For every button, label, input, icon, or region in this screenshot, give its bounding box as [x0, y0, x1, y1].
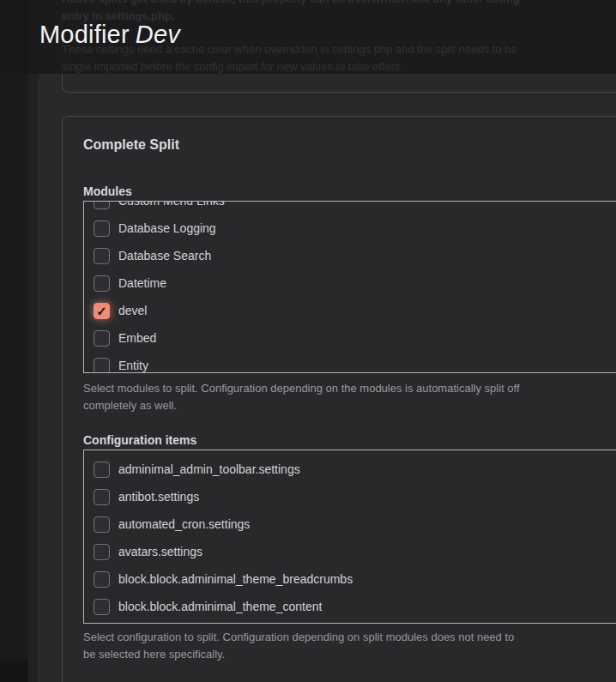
config-items-label: Configuration items — [83, 433, 196, 447]
checkbox[interactable] — [94, 489, 110, 505]
modules-listbox[interactable]: Custom Menu Links Database Logging Datab… — [83, 201, 616, 373]
list-item[interactable]: antibot.settings — [84, 483, 616, 510]
checkbox-label: automated_cron.settings — [118, 517, 250, 531]
checkbox-label: block.block.adminimal_theme_breadcrumbs — [118, 572, 353, 586]
list-item[interactable]: block.block.adminimal_theme_content — [84, 593, 616, 620]
left-rail — [0, 0, 28, 682]
checkbox-label: avatars.settings — [118, 545, 202, 558]
checkbox[interactable] — [94, 275, 110, 292]
page-title-emphasis: Dev — [136, 21, 180, 48]
checkbox-label: Datetime — [118, 276, 166, 290]
checkbox[interactable] — [94, 220, 110, 237]
list-item[interactable]: avatars.settings — [84, 538, 616, 565]
left-rail-inner — [28, 0, 38, 682]
modules-label: Modules — [83, 184, 132, 198]
list-item[interactable]: Datetime — [84, 269, 616, 297]
page-title-text: Modifier — [39, 21, 130, 48]
list-item[interactable]: devel — [84, 297, 616, 324]
list-item[interactable]: Database Logging — [84, 214, 616, 242]
checkbox[interactable] — [94, 201, 110, 209]
config-items-listbox[interactable]: adminimal_admin_toolbar.settings antibot… — [83, 450, 616, 624]
checkbox-label: block.block.adminimal_theme_content — [118, 600, 322, 613]
config-items-list: adminimal_admin_toolbar.settings antibot… — [84, 450, 616, 620]
list-item[interactable]: Embed — [84, 324, 616, 352]
list-item[interactable]: Custom Menu Links — [84, 201, 616, 214]
checkbox-label: Entity — [118, 359, 148, 372]
checkbox[interactable] — [94, 599, 110, 615]
checkbox-label: antibot.settings — [118, 490, 199, 504]
modules-list: Custom Menu Links Database Logging Datab… — [84, 201, 616, 373]
modules-description: Select modules to split. Configuration d… — [83, 380, 522, 414]
checkbox[interactable] — [94, 516, 110, 533]
checkbox[interactable] — [94, 248, 110, 264]
page-title: ModifierDev — [39, 21, 180, 49]
checkbox-label: Database Logging — [118, 221, 216, 235]
checkbox-label: Database Search — [118, 249, 211, 263]
config-items-description: Select configuration to split. Configura… — [83, 629, 522, 663]
checkbox-label: Custom Menu Links — [118, 201, 225, 208]
fieldset-title: Complete Split — [83, 137, 179, 153]
complete-split-fieldset: Complete Split Modules Custom Menu Links… — [62, 116, 616, 682]
list-item[interactable]: block.block.adminimal_theme_breadcrumbs — [84, 565, 616, 593]
checkbox-label: Embed — [118, 331, 156, 345]
checkbox[interactable] — [94, 330, 110, 347]
checkbox-label: adminimal_admin_toolbar.settings — [118, 462, 300, 476]
list-item[interactable]: adminimal_admin_toolbar.settings — [84, 456, 616, 483]
list-item[interactable]: Entity — [84, 352, 616, 373]
checkbox[interactable] — [94, 462, 110, 478]
checkbox-checked[interactable] — [94, 303, 110, 319]
checkbox-label: devel — [118, 304, 147, 317]
checkbox[interactable] — [94, 358, 110, 374]
left-rail-footer — [0, 661, 28, 682]
sticky-header: ModifierDev — [0, 0, 616, 74]
checkbox[interactable] — [94, 544, 110, 560]
list-item[interactable]: Database Search — [84, 242, 616, 269]
list-item[interactable]: automated_cron.settings — [84, 510, 616, 538]
checkbox[interactable] — [94, 571, 110, 588]
